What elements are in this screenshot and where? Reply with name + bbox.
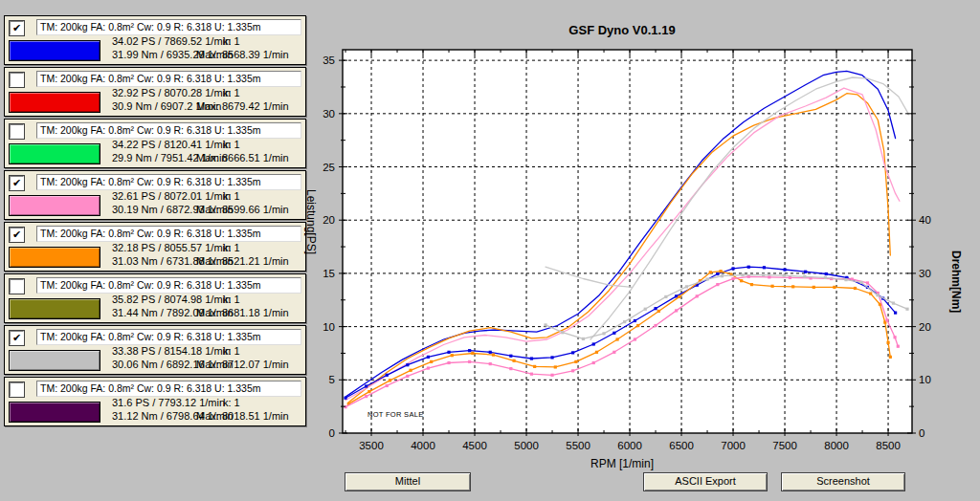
marker-torque-blue xyxy=(675,294,678,297)
marker-torque-gray xyxy=(705,277,708,280)
marker-torque-orange xyxy=(709,271,712,273)
marker-torque-orange xyxy=(533,365,536,368)
y-left-tick-label: 25 xyxy=(323,162,335,173)
marker-torque-pink xyxy=(612,351,615,354)
x-tick-label: 7500 xyxy=(772,440,797,451)
marker-torque-gray xyxy=(844,278,847,281)
marker-torque-gray xyxy=(602,332,605,335)
marker-torque-pink xyxy=(893,336,896,338)
marker-torque-pink xyxy=(731,277,734,280)
marker-torque-pink xyxy=(530,373,533,376)
marker-torque-orange xyxy=(740,279,743,282)
marker-torque-pink xyxy=(696,294,699,297)
marker-torque-pink xyxy=(386,384,389,387)
marker-torque-blue xyxy=(612,332,615,335)
marker-torque-pink xyxy=(406,375,409,378)
marker-torque-pink xyxy=(866,281,869,284)
marker-torque-orange xyxy=(409,369,412,372)
marker-torque-pink xyxy=(592,361,595,364)
y-right-tick-label: 20 xyxy=(919,321,931,333)
marker-torque-blue xyxy=(894,312,897,315)
y-left-tick-label: 10 xyxy=(323,321,335,333)
x-tick-label: 3500 xyxy=(359,440,384,451)
marker-torque-blue xyxy=(365,384,368,387)
marker-torque-pink xyxy=(468,360,471,363)
marker-torque-orange xyxy=(750,283,753,286)
marker-torque-orange xyxy=(430,360,433,363)
marker-torque-blue xyxy=(654,307,657,310)
marker-torque-pink xyxy=(634,338,636,340)
marker-torque-orange xyxy=(574,360,577,363)
marker-torque-orange xyxy=(368,390,370,393)
marker-torque-blue xyxy=(783,268,786,271)
mittel-button[interactable]: Mittel xyxy=(345,472,471,491)
marker-torque-orange xyxy=(791,285,794,288)
marker-torque-blue xyxy=(427,356,430,359)
marker-torque-gray xyxy=(876,294,879,296)
y-right-tick-label: 40 xyxy=(919,214,931,226)
marker-torque-pink xyxy=(675,309,678,312)
x-tick-label: 4000 xyxy=(411,440,435,451)
marker-torque-gray xyxy=(859,281,862,284)
marker-torque-gray xyxy=(561,331,564,334)
y-left-tick-label: 35 xyxy=(323,54,335,66)
y-left-tick-label: 5 xyxy=(329,374,335,385)
marker-torque-blue xyxy=(747,266,750,269)
marker-torque-blue xyxy=(344,397,346,400)
dyno-chart: 3500400045005000550060006500700075008000… xyxy=(0,0,980,501)
x-tick-label: 8500 xyxy=(876,440,901,451)
x-tick-label: 7000 xyxy=(721,440,746,451)
marker-torque-orange xyxy=(471,352,474,355)
marker-torque-orange xyxy=(719,270,722,272)
x-axis-label: RPM [1/min] xyxy=(316,457,928,470)
marker-torque-orange xyxy=(869,292,872,294)
marker-torque-gray xyxy=(664,295,667,298)
marker-torque-orange xyxy=(813,286,815,289)
screenshot-button[interactable]: Screenshot xyxy=(781,472,905,491)
marker-torque-orange xyxy=(854,287,857,290)
marker-torque-orange xyxy=(889,356,892,359)
marker-torque-orange xyxy=(512,359,515,362)
marker-torque-orange xyxy=(554,365,557,368)
y-right-tick-label: 10 xyxy=(919,374,931,385)
marker-torque-orange xyxy=(886,341,889,344)
x-tick-label: 4500 xyxy=(462,440,487,451)
marker-torque-orange xyxy=(770,285,773,288)
marker-torque-blue xyxy=(406,363,409,366)
marker-torque-blue xyxy=(763,266,766,269)
marker-torque-orange xyxy=(657,310,660,313)
marker-torque-blue xyxy=(530,357,533,359)
marker-torque-blue xyxy=(825,272,828,275)
marker-torque-blue xyxy=(489,351,492,354)
marker-torque-orange xyxy=(595,351,598,354)
marker-torque-pink xyxy=(885,318,888,321)
ascii-export-button[interactable]: ASCII Export xyxy=(643,472,768,491)
marker-torque-orange xyxy=(451,354,454,357)
marker-torque-blue xyxy=(386,374,389,377)
marker-torque-pink xyxy=(365,395,368,398)
y-axis-left-label: Leistung[PS] xyxy=(304,189,318,361)
marker-torque-pink xyxy=(571,369,574,372)
marker-torque-gray xyxy=(721,274,724,277)
x-tick-label: 6500 xyxy=(669,440,694,451)
marker-torque-gray xyxy=(582,338,585,340)
y-left-tick-label: 0 xyxy=(329,427,335,439)
marker-torque-pink xyxy=(489,362,492,365)
marker-torque-blue xyxy=(634,319,636,322)
marker-torque-blue xyxy=(468,349,471,352)
marker-torque-orange xyxy=(833,286,835,289)
marker-torque-pink xyxy=(789,276,791,279)
marker-torque-gray xyxy=(905,308,908,311)
y-left-tick-label: 20 xyxy=(323,214,335,226)
x-tick-label: 5000 xyxy=(514,440,539,451)
x-tick-label: 6000 xyxy=(617,440,642,451)
marker-torque-blue xyxy=(804,271,807,273)
y-right-tick-label: 30 xyxy=(919,268,931,279)
y-left-tick-label: 15 xyxy=(323,268,335,279)
marker-torque-blue xyxy=(731,267,734,270)
marker-torque-blue xyxy=(571,351,574,354)
marker-torque-gray xyxy=(824,276,827,279)
marker-torque-pink xyxy=(654,324,657,327)
x-tick-label: 5500 xyxy=(566,440,590,451)
marker-torque-gray xyxy=(544,323,546,326)
